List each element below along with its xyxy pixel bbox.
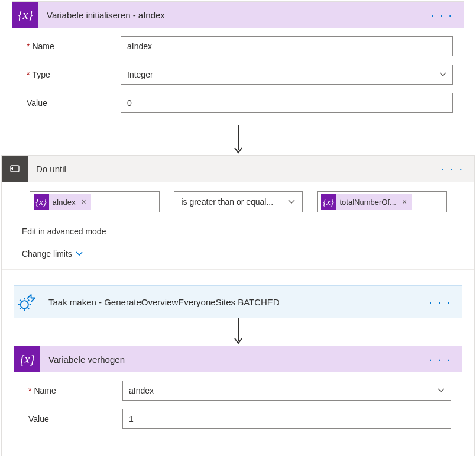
container-body: {x} aIndex × is greater than or equal...… <box>2 191 474 456</box>
chevron-down-icon <box>438 387 445 394</box>
card-header[interactable]: Do until · · · <box>2 156 474 182</box>
value-label: Value <box>25 414 122 424</box>
chevron-down-icon <box>288 198 295 205</box>
svg-line-10 <box>28 300 29 301</box>
condition-left-input[interactable]: {x} aIndex × <box>30 191 160 212</box>
more-menu-button[interactable]: · · · <box>426 8 458 22</box>
variable-token[interactable]: {x} totalNumberOf... × <box>321 194 412 210</box>
variable-icon: {x} <box>14 346 40 372</box>
value-input[interactable]: 1 <box>122 409 451 429</box>
svg-line-8 <box>28 308 29 309</box>
condition-right-input[interactable]: {x} totalNumberOf... × <box>317 191 447 212</box>
variable-icon: {x} <box>12 2 38 28</box>
svg-line-9 <box>20 308 21 309</box>
do-until-card: Do until · · · {x} aIndex × is greater t… <box>1 155 475 456</box>
initialize-variable-card: {x} Variabele initialiseren - aIndex · ·… <box>12 1 464 125</box>
name-row: *Name aIndex <box>23 36 453 56</box>
task-icon <box>14 289 40 315</box>
edit-advanced-mode-link[interactable]: Edit in advanced mode <box>22 227 454 236</box>
card-title: Do until <box>28 164 436 174</box>
type-label: *Type <box>23 70 121 79</box>
chevron-down-icon <box>439 71 446 78</box>
card-header[interactable]: {x} Variabele initialiseren - aIndex · ·… <box>12 2 464 28</box>
required-star: * <box>27 70 30 79</box>
value-input[interactable]: 0 <box>121 93 453 113</box>
loop-icon <box>2 156 28 182</box>
change-limits-link[interactable]: Change limits <box>22 249 454 259</box>
type-select[interactable]: Integer <box>121 65 453 85</box>
name-row: *Name aIndex <box>25 381 451 401</box>
name-label: *Name <box>25 386 122 395</box>
name-label: *Name <box>23 41 121 51</box>
card-title: Variabele verhogen <box>40 354 424 365</box>
card-title: Taak maken - GenerateOverviewEveryoneSit… <box>40 297 424 307</box>
name-input[interactable]: aIndex <box>121 36 453 56</box>
increment-variable-card: {x} Variabele verhogen · · · *Name aInde… <box>14 346 462 441</box>
name-select[interactable]: aIndex <box>122 381 451 401</box>
condition-operator-select[interactable]: is greater than or equal... <box>174 191 303 212</box>
advanced-links: Edit in advanced mode Change limits <box>2 217 474 269</box>
card-body: *Name aIndex *Type Integer Value 0 <box>12 28 464 125</box>
operator-label: is greater than or equal... <box>182 197 274 207</box>
token-label: aIndex <box>53 198 76 207</box>
svg-point-2 <box>21 301 28 308</box>
value-label: Value <box>23 98 121 108</box>
card-body: *Name aIndex Value 1 <box>14 372 462 441</box>
type-row: *Type Integer <box>23 65 453 85</box>
value-row: Value 1 <box>25 409 451 429</box>
remove-token-button[interactable]: × <box>79 197 86 207</box>
connector-arrow <box>2 318 474 346</box>
variable-icon: {x} <box>34 194 49 210</box>
divider <box>2 269 474 270</box>
connector-arrow <box>0 125 476 155</box>
more-menu-button[interactable]: · · · <box>424 295 456 309</box>
required-star: * <box>27 41 30 51</box>
chevron-down-icon <box>76 250 83 257</box>
svg-line-7 <box>20 300 21 301</box>
more-menu-button[interactable]: · · · <box>424 353 456 366</box>
token-label: totalNumberOf... <box>340 198 396 207</box>
card-header[interactable]: {x} Variabele verhogen · · · <box>14 346 462 372</box>
variable-token[interactable]: {x} aIndex × <box>34 194 91 210</box>
remove-token-button[interactable]: × <box>400 197 407 207</box>
value-row: Value 0 <box>23 93 453 113</box>
variable-icon: {x} <box>321 194 336 210</box>
condition-row: {x} aIndex × is greater than or equal...… <box>2 191 474 212</box>
task-card[interactable]: Taak maken - GenerateOverviewEveryoneSit… <box>14 285 462 318</box>
more-menu-button[interactable]: · · · <box>436 162 468 176</box>
required-star: * <box>28 386 31 395</box>
card-title: Variabele initialiseren - aIndex <box>38 10 426 20</box>
